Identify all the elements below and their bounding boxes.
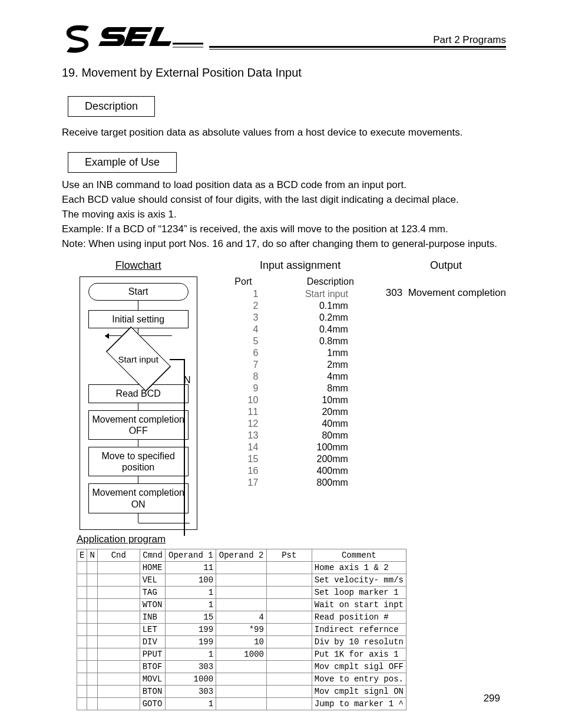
cell-n: [87, 673, 97, 686]
io-row: 61mm: [232, 347, 368, 359]
cell-comment: Mov cmplt sigl OFF: [312, 661, 406, 673]
example-line: Note: When using input port Nos. 16 and …: [62, 238, 506, 251]
cell-n: [87, 698, 97, 710]
flowchart-column: Flowchart Start Initial setting Start in…: [62, 259, 214, 531]
cell-n: [87, 624, 97, 636]
io-port: 8: [234, 371, 258, 382]
cell-pst: [266, 587, 312, 599]
io-desc: 20mm: [258, 407, 366, 417]
io-desc: 1mm: [258, 348, 366, 358]
program-heading: Application program: [77, 533, 506, 545]
cell-e: [77, 562, 87, 574]
cell-op1: 199: [166, 636, 216, 648]
cell-n: [87, 648, 97, 661]
cell-op1: 303: [166, 661, 216, 673]
col-n: N: [87, 549, 97, 562]
example-line: Use an INB command to load position data…: [62, 179, 506, 192]
flowchart-heading: Flowchart: [62, 259, 214, 272]
table-row: BTON303Mov cmplt signl ON: [77, 686, 406, 698]
io-port: 2: [234, 301, 258, 311]
table-row: PPUT11000Put 1K for axis 1: [77, 648, 406, 661]
input-assignment-column: Input assignment Port Description 1Start…: [232, 259, 368, 531]
io-desc: 800mm: [258, 477, 366, 488]
cell-pst: [266, 673, 312, 686]
cell-cmnd: TAG: [140, 587, 166, 599]
io-row: 1120mm: [232, 406, 368, 418]
cell-e: [77, 587, 87, 599]
diagram-row: Flowchart Start Initial setting Start in…: [62, 259, 506, 531]
cell-op2: [216, 574, 267, 587]
cell-e: [77, 648, 87, 661]
io-port: 14: [234, 442, 258, 453]
cell-n: [87, 661, 97, 673]
cell-op2: [216, 562, 267, 574]
table-row: LET199*99Indirect refernce: [77, 624, 406, 636]
io-row: 50.8mm: [232, 335, 368, 347]
io-row: 40.4mm: [232, 324, 368, 335]
io-port: 5: [234, 336, 258, 347]
cell-cmnd: LET: [140, 624, 166, 636]
io-row: 72mm: [232, 359, 368, 371]
cell-op2: 1000: [216, 648, 267, 661]
cell-op1: 199: [166, 624, 216, 636]
col-cnd: Cnd: [97, 549, 140, 562]
cell-cnd: [97, 686, 140, 698]
io-port: 4: [234, 324, 258, 335]
cell-n: [87, 611, 97, 624]
io-row: 20.1mm: [232, 300, 368, 312]
io-port: 1: [234, 289, 258, 299]
output-row: 303 Movement completion: [386, 287, 506, 299]
io-port: 3: [234, 312, 258, 323]
cell-pst: [266, 648, 312, 661]
cell-op2: 4: [216, 611, 267, 624]
cell-e: [77, 574, 87, 587]
example-text: Use an INB command to load position data…: [62, 179, 506, 251]
io-desc: 400mm: [258, 466, 366, 476]
table-row: VEL100Set velocity- mm/s: [77, 574, 406, 587]
cell-e: [77, 661, 87, 673]
io-row: 16400mm: [232, 465, 368, 477]
fc-step: Initial setting: [88, 310, 189, 328]
cell-comment: Jump to marker 1 ^: [312, 698, 406, 710]
page-number: 299: [484, 693, 500, 704]
cell-e: [77, 611, 87, 624]
cell-n: [87, 636, 97, 648]
cell-op1: 11: [166, 562, 216, 574]
table-row: INB154Read position #: [77, 611, 406, 624]
io-desc: 4mm: [258, 371, 366, 382]
cell-comment: Mov cmplt signl ON: [312, 686, 406, 698]
cell-pst: [266, 661, 312, 673]
io-row: 14100mm: [232, 442, 368, 453]
io-col-port: Port: [234, 276, 252, 287]
fc-step: Move to specified position: [88, 447, 189, 476]
io-col-desc: Description: [307, 276, 366, 287]
cell-cmnd: MOVL: [140, 673, 166, 686]
example-line: The moving axis is axis 1.: [62, 208, 506, 222]
cell-cnd: [97, 599, 140, 611]
io-port: 6: [234, 348, 258, 358]
io-port: 17: [234, 477, 258, 488]
cell-cnd: [97, 673, 140, 686]
cell-op1: 303: [166, 686, 216, 698]
cell-e: [77, 673, 87, 686]
cell-op2: [216, 661, 267, 673]
io-row: 1Start input: [232, 288, 368, 300]
cell-n: [87, 599, 97, 611]
fc-step: Movement completion OFF: [88, 410, 189, 440]
cell-cnd: [97, 624, 140, 636]
cell-op2: [216, 698, 267, 710]
cell-comment: Div by 10 resolutn: [312, 636, 406, 648]
io-row: 15200mm: [232, 453, 368, 465]
fc-branch-n: N: [184, 375, 191, 386]
cell-cmnd: BTOF: [140, 661, 166, 673]
ssel-logo-icon: [62, 24, 203, 54]
output-desc: Movement completion: [408, 287, 506, 298]
output-column: Output 303 Movement completion: [386, 259, 506, 531]
cell-cmnd: BTON: [140, 686, 166, 698]
cell-cnd: [97, 698, 140, 710]
cell-op1: 1: [166, 648, 216, 661]
cell-pst: [266, 624, 312, 636]
flowchart-box: Start Initial setting Start input N Read…: [80, 276, 197, 531]
cell-n: [87, 562, 97, 574]
io-desc: 0.2mm: [258, 312, 366, 323]
